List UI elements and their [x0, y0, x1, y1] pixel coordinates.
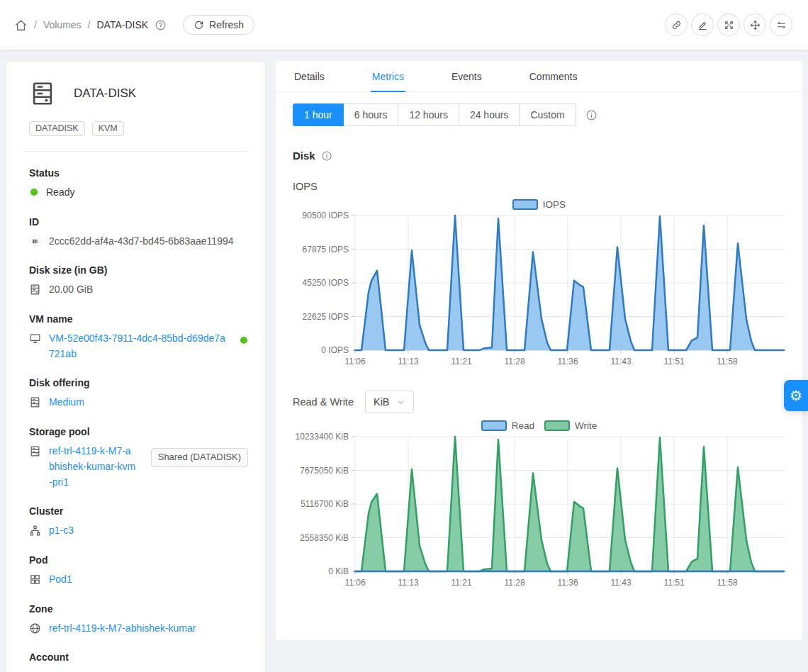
tab-comments[interactable]: Comments — [528, 61, 579, 91]
edit-action-button[interactable] — [691, 13, 714, 36]
x-tick-label: 11:28 — [504, 578, 524, 588]
database-icon — [29, 284, 41, 296]
appstore-icon — [29, 573, 41, 586]
time-range-12-hours[interactable]: 12 hours — [398, 103, 459, 126]
field-pod: PodPod1 — [29, 554, 248, 588]
database-icon — [29, 396, 41, 408]
x-tick-label: 11:21 — [451, 357, 471, 366]
help-icon[interactable] — [155, 19, 167, 31]
field-label: Disk size (in GB) — [29, 264, 248, 276]
legend-swatch — [481, 420, 507, 431]
desktop-icon — [29, 332, 41, 345]
y-tick-label: 67875 IOPS — [303, 245, 349, 254]
resource-head: DATA-DISK — [23, 79, 248, 107]
field-storage-pool: Storage poolref-trl-4119-k-M7-abhishek-k… — [29, 426, 248, 490]
x-tick-label: 11:58 — [717, 578, 737, 588]
time-range-6-hours[interactable]: 6 hours — [343, 103, 399, 126]
field-label: Status — [29, 167, 248, 179]
field-label: Cluster — [29, 505, 248, 517]
storage-pool-link[interactable]: ref-trl-4119-k-M7-abhishek-kumar-kvm-pri… — [49, 444, 136, 490]
volume-actions — [665, 13, 792, 36]
field-label: Disk offering — [29, 377, 248, 388]
field-value: Pod1 — [29, 572, 248, 588]
x-tick-label: 11:06 — [344, 357, 365, 366]
refresh-button[interactable]: Refresh — [183, 15, 254, 35]
breadcrumb-volumes-link[interactable]: Volumes — [43, 19, 82, 30]
legend-label: Read — [512, 420, 534, 431]
unit-select[interactable]: KiB — [365, 391, 414, 413]
x-tick-label: 11:51 — [663, 578, 684, 588]
home-icon[interactable] — [14, 18, 28, 32]
id-value: 2ccc62dd-af4a-43d7-bd45-6b83aae11994 — [49, 234, 234, 250]
breadcrumb: / Volumes / DATA-DISK Refresh — [14, 15, 254, 35]
time-range-24-hours[interactable]: 24 hours — [459, 103, 520, 126]
move-action-button[interactable] — [744, 13, 766, 36]
y-tick-label: 2558350 KiB — [300, 533, 349, 543]
tag-datadisk: DATADISK — [29, 121, 85, 136]
barcode-icon — [29, 235, 41, 247]
field-value: 20.00 GiB — [29, 282, 248, 298]
legend-item-read[interactable]: Read — [481, 420, 534, 431]
time-range-1-hour[interactable]: 1 hour — [293, 103, 344, 126]
swap-action-button[interactable] — [770, 13, 792, 36]
gear-icon: ⚙ — [790, 387, 802, 404]
field-label: Zone — [29, 603, 248, 615]
zone-link[interactable]: ref-trl-4119-k-M7-abhishek-kumar — [49, 621, 196, 637]
field-value: p1-c3 — [29, 523, 248, 539]
chevron-down-icon — [396, 398, 405, 407]
time-range-group: 1 hour6 hours12 hours24 hoursCustom — [293, 103, 785, 126]
field-value: 2ccc62dd-af4a-43d7-bd45-6b83aae11994 — [29, 234, 248, 250]
detail-panel: DetailsMetricsEventsComments 1 hour6 hou… — [276, 61, 802, 640]
field-value: Ready — [29, 185, 248, 201]
tab-details[interactable]: Details — [293, 61, 326, 91]
top-bar: / Volumes / DATA-DISK Refresh — [0, 0, 808, 50]
time-range-custom[interactable]: Custom — [519, 103, 576, 126]
vm-name-link[interactable]: VM-52e00f43-7911-4dc4-85bd-d69de7a721ab — [49, 331, 230, 362]
legend-item-write[interactable]: Write — [544, 420, 597, 431]
iops-label: IOPS — [293, 181, 318, 192]
legend-item-iops[interactable]: IOPS — [512, 199, 566, 210]
field-cluster: Clusterp1-c3 — [29, 505, 248, 539]
tab-events[interactable]: Events — [450, 61, 483, 91]
chart-legend: ReadWrite — [293, 420, 785, 431]
disk-offering-link[interactable]: Medium — [49, 395, 84, 410]
link-icon — [671, 20, 682, 30]
tags-row: DATADISKKVM — [29, 121, 248, 136]
field-disk-offering: Disk offeringMedium — [29, 377, 248, 410]
field-label: Pod — [29, 554, 248, 566]
tag-kvm: KVM — [92, 121, 124, 136]
y-tick-label: 7675050 KiB — [300, 466, 349, 476]
field-label: Storage pool — [29, 426, 248, 437]
field-value: admin — [29, 669, 248, 672]
breadcrumb-current: DATA-DISK — [96, 19, 148, 30]
account-link[interactable]: admin — [49, 669, 76, 672]
pod-link[interactable]: Pod1 — [49, 572, 72, 588]
disk-size-in-gb-value: 20.00 GiB — [49, 282, 93, 298]
move-icon — [750, 20, 761, 30]
resize-action-button[interactable] — [717, 13, 740, 36]
info-icon[interactable] — [321, 150, 332, 162]
iops-chart-title: IOPS — [293, 181, 785, 192]
database-icon — [29, 445, 41, 457]
vm-status-dot — [240, 337, 247, 344]
rw-chart-title: Read & Write KiB — [293, 391, 785, 413]
field-label: Account — [29, 651, 248, 663]
settings-gear-button[interactable]: ⚙ — [784, 380, 808, 411]
volume-icon — [29, 80, 56, 107]
unit-select-value: KiB — [374, 396, 390, 408]
x-tick-label: 11:43 — [610, 578, 631, 588]
refresh-label: Refresh — [209, 19, 244, 30]
link-action-button[interactable] — [665, 13, 688, 36]
y-tick-label: 0 KiB — [328, 566, 349, 576]
field-disk-size-in-gb: Disk size (in GB)20.00 GiB — [29, 264, 248, 298]
x-tick-label: 11:13 — [398, 357, 418, 366]
edit-icon — [697, 20, 708, 30]
tab-metrics[interactable]: Metrics — [371, 61, 405, 92]
x-tick-label: 11:36 — [557, 578, 578, 588]
field-label: VM name — [29, 313, 248, 325]
time-range-info-icon[interactable] — [585, 109, 597, 121]
y-tick-label: 90500 IOPS — [303, 211, 349, 220]
cluster-link[interactable]: p1-c3 — [49, 523, 74, 539]
field-value: ref-trl-4119-k-M7-abhishek-kumar-kvm-pri… — [29, 444, 248, 490]
field-zone: Zoneref-trl-4119-k-M7-abhishek-kumar — [29, 603, 248, 637]
